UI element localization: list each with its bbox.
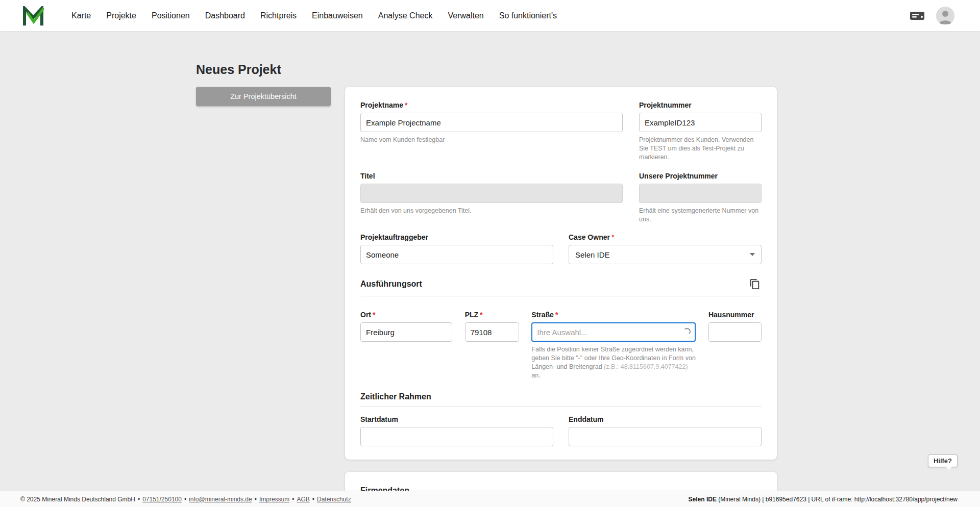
nav-item-richtpreis[interactable]: Richtpreis xyxy=(260,11,297,20)
enddatum-field: Enddatum xyxy=(569,415,762,446)
nav-item-einbauweisen[interactable]: Einbauweisen xyxy=(312,11,363,20)
mineral-minds-logo-icon[interactable] xyxy=(22,6,44,26)
main-menu: Karte Projekte Positionen Dashboard Rich… xyxy=(71,11,910,20)
nav-item-dashboard[interactable]: Dashboard xyxy=(205,11,245,20)
footer-separator: • xyxy=(312,496,314,503)
copy-icon xyxy=(749,278,761,290)
nav-item-karte[interactable]: Karte xyxy=(71,11,91,20)
hausnummer-label: Hausnummer xyxy=(708,311,762,319)
plz-field: PLZ* xyxy=(465,311,519,342)
projektnummer-field: Projektnummer Projektnummer des Kunden. … xyxy=(639,101,762,162)
copy-address-button[interactable] xyxy=(748,277,762,291)
required-marker: * xyxy=(555,311,558,319)
user-avatar-icon[interactable] xyxy=(936,7,954,25)
project-form-card: Projektname* Name vom Kunden festlegbar … xyxy=(345,87,777,460)
footer-link-email[interactable]: info@mineral-minds.de xyxy=(189,496,252,503)
required-marker: * xyxy=(373,311,375,319)
titel-label: Titel xyxy=(360,172,623,180)
required-marker: * xyxy=(405,101,407,109)
footer-link-phone[interactable]: 07151/250100 xyxy=(142,496,182,503)
case-owner-value: Selen IDE xyxy=(575,250,610,259)
footer-separator: • xyxy=(138,496,140,503)
footer-separator: • xyxy=(292,496,294,503)
case-owner-label: Case Owner* xyxy=(569,233,762,241)
titel-field: Titel Erhält den von uns vorgegebenen Ti… xyxy=(360,172,623,215)
strasse-helper: Falls die Position keiner Straße zugeord… xyxy=(531,345,696,380)
strasse-field: Straße* Falls die Position keiner Straße… xyxy=(531,311,696,380)
nav-item-positionen[interactable]: Positionen xyxy=(152,11,190,20)
zur-projektuebersicht-button[interactable]: Zur Projektübersicht xyxy=(196,87,331,106)
projektname-label: Projektname* xyxy=(360,101,623,109)
ort-input[interactable] xyxy=(360,322,452,342)
nav-right-actions xyxy=(910,7,954,25)
required-marker: * xyxy=(480,311,482,319)
footer-separator: • xyxy=(184,496,186,503)
unsere-projektnummer-helper: Erhält eine systemgenerierte Nummer von … xyxy=(639,207,762,224)
projektnummer-helper: Projektnummer des Kunden. Verwenden Sie … xyxy=(639,136,762,162)
projektauftraggeber-label: Projektauftraggeber xyxy=(360,233,553,241)
ort-label: Ort* xyxy=(360,311,452,319)
ort-field: Ort* xyxy=(360,311,452,342)
projektauftraggeber-field: Projektauftraggeber xyxy=(360,233,553,264)
section-divider xyxy=(360,296,762,296)
nav-item-projekte[interactable]: Projekte xyxy=(106,11,136,20)
nav-item-so-funktionierts[interactable]: So funktioniert's xyxy=(499,11,557,20)
enddatum-input[interactable] xyxy=(569,427,762,446)
plz-label: PLZ* xyxy=(465,311,519,319)
chevron-down-icon xyxy=(750,253,755,256)
required-marker: * xyxy=(611,233,614,241)
footer-link-datenschutz[interactable]: Datenschutz xyxy=(317,496,351,503)
unsere-projektnummer-label: Unsere Projektnummer xyxy=(639,172,762,180)
section-divider xyxy=(360,407,762,407)
nav-item-analyse-check[interactable]: Analyse Check xyxy=(378,11,433,20)
footer-meta: (Mineral Minds) | b91695ed7623 | URL of … xyxy=(717,496,958,503)
page-footer: © 2025 Mineral Minds Deutschland GmbH • … xyxy=(0,491,980,507)
titel-helper: Erhält den von uns vorgegebenen Titel. xyxy=(360,207,623,215)
nav-item-verwalten[interactable]: Verwalten xyxy=(448,11,483,20)
server-icon[interactable] xyxy=(910,10,925,21)
enddatum-label: Enddatum xyxy=(569,415,762,423)
projektname-input[interactable] xyxy=(360,113,623,132)
projektnummer-label: Projektnummer xyxy=(639,101,762,109)
startdatum-input[interactable] xyxy=(360,427,553,446)
section-title-ausfuehrungsort: Ausführungsort xyxy=(360,280,422,289)
footer-separator: • xyxy=(255,496,257,503)
unsere-projektnummer-input xyxy=(639,184,762,203)
plz-input[interactable] xyxy=(465,322,519,342)
projektauftraggeber-input[interactable] xyxy=(360,245,553,264)
footer-user-name: Selen IDE xyxy=(689,496,717,503)
footer-link-agb[interactable]: AGB xyxy=(297,496,309,503)
startdatum-field: Startdatum xyxy=(360,415,553,446)
footer-session-info: Selen IDE (Mineral Minds) | b91695ed7623… xyxy=(689,496,958,503)
startdatum-label: Startdatum xyxy=(360,415,553,423)
case-owner-field: Case Owner* Selen IDE xyxy=(569,233,762,264)
section-title-zeitlicher-rahmen: Zeitlicher Rahmen xyxy=(360,392,431,401)
hausnummer-input[interactable] xyxy=(708,322,762,342)
case-owner-select[interactable]: Selen IDE xyxy=(569,245,762,264)
titel-input xyxy=(360,184,623,203)
projektname-field: Projektname* Name vom Kunden festlegbar xyxy=(360,101,623,144)
footer-link-impressum[interactable]: Impressum xyxy=(259,496,289,503)
strasse-label: Straße* xyxy=(531,311,696,319)
projektname-helper: Name vom Kunden festlegbar xyxy=(360,136,623,144)
hausnummer-field: Hausnummer xyxy=(708,311,762,342)
strasse-input[interactable] xyxy=(531,322,696,342)
copyright-text: © 2025 Mineral Minds Deutschland GmbH xyxy=(20,496,135,503)
projektnummer-input[interactable] xyxy=(639,113,762,132)
unsere-projektnummer-field: Unsere Projektnummer Erhält eine systemg… xyxy=(639,172,762,224)
help-button[interactable]: Hilfe? xyxy=(928,454,958,467)
page-title: Neues Projekt xyxy=(196,62,980,77)
top-navigation: Karte Projekte Positionen Dashboard Rich… xyxy=(0,0,980,31)
main-content: Neues Projekt Zur Projektübersicht Proje… xyxy=(0,31,980,507)
